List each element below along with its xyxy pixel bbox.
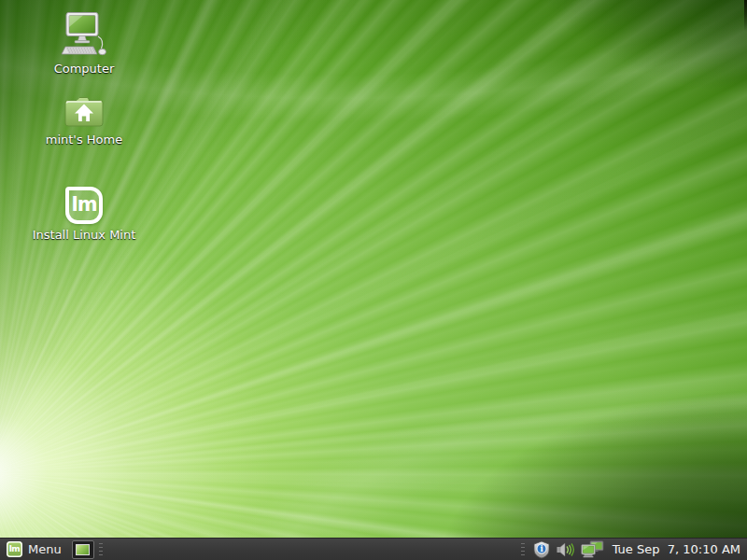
window-list-handle[interactable] bbox=[99, 543, 103, 555]
show-desktop-icon bbox=[76, 544, 90, 555]
desktop-icon-install-linux-mint[interactable]: lm Install Linux Mint bbox=[28, 187, 140, 242]
mint-logo-icon: lm bbox=[7, 541, 22, 557]
desktop-icon-home[interactable]: mint's Home bbox=[28, 95, 140, 147]
taskbar: lm Menu i bbox=[0, 538, 747, 560]
desktop-icon-label: Computer bbox=[54, 63, 115, 76]
clock[interactable]: Tue Sep 7, 10:10 AM bbox=[613, 542, 740, 556]
computer-icon bbox=[59, 11, 109, 58]
desktop-background[interactable]: Computer mint's Home lm Install Linux Mi… bbox=[0, 0, 747, 538]
update-manager-button[interactable]: i bbox=[529, 539, 554, 560]
show-desktop-button[interactable] bbox=[72, 540, 94, 559]
volume-speaker-icon bbox=[557, 542, 575, 557]
update-shield-icon: i bbox=[532, 540, 551, 559]
network-button[interactable] bbox=[578, 539, 608, 560]
mint-installer-logo-icon: lm bbox=[65, 187, 103, 224]
volume-button[interactable] bbox=[554, 539, 578, 560]
desktop-icon-computer[interactable]: Computer bbox=[28, 11, 140, 76]
menu-button[interactable]: lm Menu bbox=[0, 539, 70, 560]
tray-handle[interactable] bbox=[521, 543, 525, 555]
menu-label: Menu bbox=[28, 542, 62, 556]
desktop-icon-label: mint's Home bbox=[46, 133, 122, 147]
home-folder-icon bbox=[63, 95, 105, 129]
network-computers-icon bbox=[581, 540, 605, 558]
desktop-icon-label: Install Linux Mint bbox=[33, 229, 136, 242]
